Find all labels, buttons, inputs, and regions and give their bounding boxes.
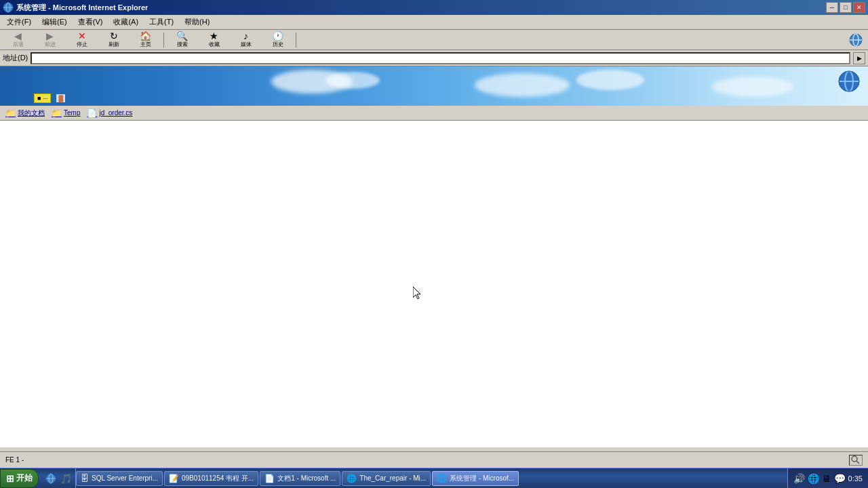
header-link2[interactable]: ▓ (56, 94, 65, 102)
quick-media[interactable]: 🎵 (59, 472, 73, 485)
home-label: 主页 (140, 41, 151, 48)
taskbar-clock: 0:35 (848, 474, 863, 483)
ie-logo (846, 31, 865, 49)
sep2 (296, 33, 296, 47)
menu-favorites[interactable]: 收藏(A) (108, 16, 144, 28)
jd-label: jd_order.cs (99, 109, 132, 117)
history-label: 历史 (273, 41, 283, 48)
taskbar: ⊞ 开始 🎵 🗄 SQL Server Enterpri... 📝 09B010… (0, 468, 868, 488)
stop-icon: ✕ (78, 31, 86, 41)
start-label: 开始 (16, 472, 33, 484)
history-button[interactable]: 🕐 历史 (262, 31, 293, 49)
refresh-icon: ↻ (110, 31, 118, 41)
menu-edit[interactable]: 编辑(E) (37, 16, 73, 28)
forward-label: 前进 (45, 41, 56, 48)
cloud2 (326, 72, 380, 89)
admin-icon: 🌐 (437, 474, 447, 483)
address-label: 地址(D) (3, 53, 28, 63)
minimize-button[interactable]: ─ (826, 2, 838, 13)
back-label: 后退 (13, 41, 24, 48)
media-button[interactable]: ♪ 媒体 (231, 31, 261, 49)
svg-point-10 (852, 456, 857, 462)
stop-button[interactable]: ✕ 停止 (66, 31, 97, 49)
sql-label: SQL Server Enterpri... (92, 474, 158, 482)
start-button[interactable]: ⊞ 开始 (0, 469, 39, 488)
word-icon: 📄 (264, 474, 275, 483)
stop-label: 停止 (77, 41, 87, 48)
taskbar-word[interactable]: 📄 文档1 - Microsoft ... (260, 471, 340, 486)
title-bar-icon (3, 2, 14, 13)
menu-bar: 文件(F) 编辑(E) 查看(V) 收藏(A) 工具(T) 帮助(H) (0, 15, 868, 30)
maximize-button[interactable]: □ (840, 2, 852, 13)
tray-icon4[interactable]: 💬 (834, 473, 846, 484)
tray-icon3[interactable]: 🖥 (822, 473, 831, 484)
address-input[interactable] (31, 52, 850, 64)
taskbar-admin[interactable]: 🌐 系统管理 - Microsof... (432, 471, 519, 486)
title-text: 系统管理 - Microsoft Internet Explorer (16, 3, 148, 13)
cloud5 (712, 77, 793, 97)
main-content (0, 121, 868, 447)
home-icon: 🏠 (140, 31, 151, 41)
history-icon: 🕐 (272, 31, 283, 41)
taskbar-items: 🗄 SQL Server Enterpri... 📝 09B01011254 韦… (76, 471, 787, 486)
windows-logo: ⊞ (6, 473, 14, 484)
refresh-label: 刷新 (108, 41, 119, 48)
cloud3 (475, 73, 570, 97)
quick-launch: 🎵 (41, 468, 76, 488)
tray-icon1[interactable]: 🔊 (793, 473, 805, 484)
favorites-icon: ★ (210, 31, 218, 41)
back-icon: ◀ (14, 31, 22, 41)
taskbar-tray: 🔊 🌐 🖥 💬 0:35 (787, 468, 868, 488)
header-links: ■ ··· ▓ (34, 94, 65, 103)
menu-help[interactable]: 帮助(H) (179, 16, 215, 28)
word-label: 文档1 - Microsoft ... (277, 474, 336, 483)
cloud4 (576, 70, 644, 90)
car-label: The_Car_repair - Mi... (359, 474, 426, 482)
close-button[interactable]: ✕ (853, 2, 865, 13)
sql-icon: 🗄 (81, 474, 89, 483)
back-button[interactable]: ◀ 后退 (3, 31, 33, 49)
page-area (0, 121, 868, 447)
taskbar-car[interactable]: 🌐 The_Car_repair - Mi... (342, 471, 431, 486)
content-header: ■ ··· ▓ (0, 66, 868, 106)
favorites-label: 收藏 (209, 41, 220, 48)
favorites-button[interactable]: ★ 收藏 (199, 31, 229, 49)
menu-tools[interactable]: 工具(T) (144, 16, 179, 28)
title-bar-controls: ─ □ ✕ (826, 2, 865, 13)
temp-icon: 📁 (52, 108, 62, 118)
refresh-button[interactable]: ↻ 刷新 (98, 31, 129, 49)
breadcrumb-temp[interactable]: 📁 Temp (52, 108, 80, 118)
temp-label: Temp (64, 109, 80, 117)
search-icon: 🔍 (176, 31, 188, 41)
sep1 (163, 33, 164, 47)
zoom-icon (849, 455, 863, 466)
breadcrumb-docs[interactable]: 📁 我的文档 (5, 108, 45, 118)
menu-file[interactable]: 文件(F) (1, 16, 37, 28)
title-bar: 系统管理 - Microsoft Internet Explorer ─ □ ✕ (0, 0, 868, 15)
taskbar-sql[interactable]: 🗄 SQL Server Enterpri... (76, 471, 163, 486)
doc09-label: 09B01011254 韦程 开... (182, 474, 254, 483)
media-icon: ♪ (243, 31, 248, 41)
doc09-icon: 📝 (169, 474, 179, 483)
home-button[interactable]: 🏠 主页 (130, 31, 161, 49)
nav-toolbar: ◀ 后退 ▶ 前进 ✕ 停止 ↻ 刷新 🏠 主页 🔍 搜索 ★ 收藏 ♪ 媒体 … (0, 30, 868, 50)
status-bar: FE 1 - (0, 451, 868, 468)
ie-banner-logo (835, 68, 863, 95)
forward-button[interactable]: ▶ 前进 (35, 31, 65, 49)
address-bar: 地址(D) ▶ (0, 50, 868, 66)
docs-label: 我的文档 (18, 108, 45, 118)
docs-icon: 📁 (5, 108, 16, 118)
search-label: 搜索 (177, 41, 188, 48)
breadcrumb-jd[interactable]: 📄 jd_order.cs (87, 108, 132, 118)
media-label: 媒体 (241, 41, 252, 48)
tray-icon2[interactable]: 🌐 (808, 473, 819, 484)
quick-ie[interactable] (44, 472, 58, 485)
car-icon: 🌐 (347, 474, 357, 483)
search-button[interactable]: 🔍 搜索 (167, 31, 197, 49)
taskbar-doc09[interactable]: 📝 09B01011254 韦程 开... (164, 471, 258, 486)
forward-icon: ▶ (46, 31, 54, 41)
content-links-bar: 📁 我的文档 📁 Temp 📄 jd_order.cs (0, 106, 868, 121)
go-button[interactable]: ▶ (853, 52, 865, 64)
menu-view[interactable]: 查看(V) (73, 16, 108, 28)
header-link1[interactable]: ■ ··· (34, 94, 51, 103)
